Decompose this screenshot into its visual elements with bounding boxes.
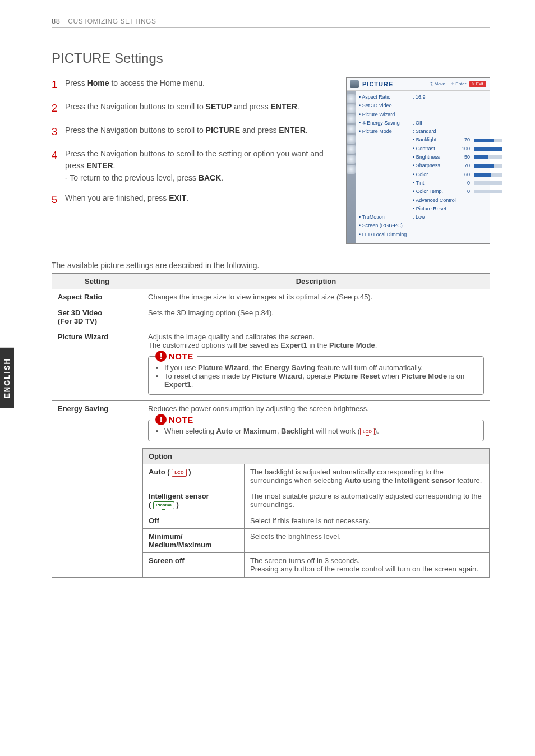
osd-exit-badge: ꕉ Exit bbox=[469, 81, 486, 87]
header-label: CUSTOMIZING SETTINGS bbox=[68, 17, 156, 25]
osd-row: LED Local Dimming bbox=[359, 231, 502, 239]
osd-row: Aspect Ratio: 16:9 bbox=[359, 93, 502, 102]
energy-options-table: Option Auto ( LCD ) The backlight is adj… bbox=[142, 448, 490, 577]
available-sentence: The available picture settings are descr… bbox=[52, 261, 490, 270]
note-item: To reset changes made by Picture Wizard,… bbox=[164, 372, 476, 389]
step-item: 1Press Home to access the Home menu. bbox=[52, 77, 335, 93]
opt-screenoff-desc: The screen turns off in 3 seconds. Press… bbox=[245, 552, 490, 577]
th-setting: Setting bbox=[52, 274, 142, 289]
osd-enter-hint: ꔉ Enter bbox=[451, 81, 466, 87]
step-text: Press the Navigation buttons to scroll t… bbox=[65, 101, 335, 117]
opt-level-name: Minimum/ Medium/Maximum bbox=[143, 528, 245, 552]
step-number: 5 bbox=[52, 192, 65, 208]
osd-sidebar-icons bbox=[347, 91, 356, 243]
osd-slider-row: Brightness50 bbox=[359, 153, 502, 162]
note-tag: NOTE bbox=[155, 414, 197, 425]
page-header: 88 CUSTOMIZING SETTINGS bbox=[52, 17, 490, 25]
osd-slider-row: Sharpness70 bbox=[359, 162, 502, 170]
step-number: 1 bbox=[52, 77, 65, 93]
lcd-badge-icon: LCD bbox=[172, 469, 186, 477]
language-tab: ENGLISH bbox=[0, 348, 14, 408]
osd-slider-row: Color60 bbox=[359, 170, 502, 179]
osd-title: PICTURE bbox=[362, 81, 393, 87]
header-divider bbox=[52, 27, 490, 28]
osd-tint-row: Tint0 bbox=[359, 179, 502, 187]
th-description: Description bbox=[142, 274, 490, 289]
osd-extra-row: Picture Reset bbox=[359, 205, 502, 213]
energy-note-box: NOTE When selecting Auto or Maximum, Bac… bbox=[148, 420, 484, 441]
osd-move-hint: ꔂ Move bbox=[430, 81, 445, 87]
wizard-note-box: NOTE If you use Picture Wizard, the Ener… bbox=[148, 356, 484, 395]
note-icon bbox=[155, 351, 167, 362]
row-energy-desc: Reduces the power consumption by adjusti… bbox=[142, 401, 490, 578]
section-title: PICTURE Settings bbox=[52, 50, 490, 66]
steps-list: 1Press Home to access the Home menu.2Pre… bbox=[52, 77, 335, 216]
opt-auto-name: Auto ( LCD ) bbox=[143, 464, 245, 488]
row-wizard-desc: Adjusts the image quality and calibrates… bbox=[142, 329, 490, 401]
step-item: 4Press the Navigation buttons to scroll … bbox=[52, 148, 335, 185]
osd-colortemp-row: Color Temp.0 bbox=[359, 187, 502, 196]
osd-row: Set 3D Video bbox=[359, 102, 502, 110]
osd-row: ꕊ Energy Saving: Off bbox=[359, 119, 502, 127]
note-tag: NOTE bbox=[155, 351, 197, 362]
page-number: 88 bbox=[52, 17, 60, 25]
opt-level-desc: Selects the brightness level. bbox=[245, 528, 490, 552]
osd-row: TruMotion: Low bbox=[359, 213, 502, 222]
step-item: 2Press the Navigation buttons to scroll … bbox=[52, 101, 335, 117]
option-head: Option bbox=[143, 449, 490, 464]
osd-slider-row: Backlight70 bbox=[359, 136, 502, 144]
opt-screenoff-name: Screen off bbox=[143, 552, 245, 577]
osd-extra-row: Advanced Control bbox=[359, 196, 502, 205]
step-number: 4 bbox=[52, 148, 65, 185]
energy-note-item: When selecting Auto or Maximum, Backligh… bbox=[164, 427, 476, 435]
osd-row: Picture Mode: Standard bbox=[359, 127, 502, 136]
osd-row: Picture Wizard bbox=[359, 110, 502, 119]
note-item: If you use Picture Wizard, the Energy Sa… bbox=[164, 363, 476, 372]
lcd-badge-icon: LCD bbox=[360, 428, 375, 436]
osd-main-panel: Aspect Ratio: 16:9Set 3D VideoPicture Wi… bbox=[356, 91, 505, 243]
step-text: Press the Navigation buttons to scroll t… bbox=[65, 148, 335, 185]
settings-table: Setting Description Aspect Ratio Changes… bbox=[52, 273, 490, 578]
opt-sensor-name: Intelligent sensor ( Plasma ) bbox=[143, 488, 245, 513]
opt-sensor-desc: The most suitable picture is automatical… bbox=[245, 488, 490, 513]
step-item: 5When you are finished, press EXIT. bbox=[52, 192, 335, 208]
step-text: Press Home to access the Home menu. bbox=[65, 77, 335, 93]
step-number: 3 bbox=[52, 125, 65, 140]
row-energy-name: Energy Saving bbox=[52, 401, 142, 578]
osd-row: Screen (RGB-PC) bbox=[359, 222, 502, 230]
osd-slider-row: Contrast100 bbox=[359, 145, 502, 153]
opt-auto-desc: The backlight is adjusted automatically … bbox=[245, 464, 490, 488]
row-aspect-desc: Changes the image size to view images at… bbox=[142, 289, 490, 305]
note-label: NOTE bbox=[169, 352, 193, 361]
note-icon bbox=[155, 414, 167, 425]
step-text: Press the Navigation buttons to scroll t… bbox=[65, 125, 335, 140]
step-item: 3Press the Navigation buttons to scroll … bbox=[52, 125, 335, 140]
row-wizard-name: Picture Wizard bbox=[52, 329, 142, 401]
osd-screenshot: PICTURE ꔂ Move ꔉ Enter ꕉ Exit Aspect Rat… bbox=[346, 77, 490, 244]
step-text: When you are finished, press EXIT. bbox=[65, 192, 335, 208]
osd-title-icon bbox=[350, 80, 359, 88]
note-label: NOTE bbox=[169, 415, 193, 425]
opt-off-name: Off bbox=[143, 513, 245, 528]
plasma-badge-icon: Plasma bbox=[153, 501, 174, 509]
opt-off-desc: Select if this feature is not necessary. bbox=[245, 513, 490, 528]
row-set3d-name: Set 3D Video (For 3D TV) bbox=[52, 305, 142, 329]
row-set3d-desc: Sets the 3D imaging option (See p.84). bbox=[142, 305, 490, 329]
step-number: 2 bbox=[52, 101, 65, 117]
row-aspect-name: Aspect Ratio bbox=[52, 289, 142, 305]
